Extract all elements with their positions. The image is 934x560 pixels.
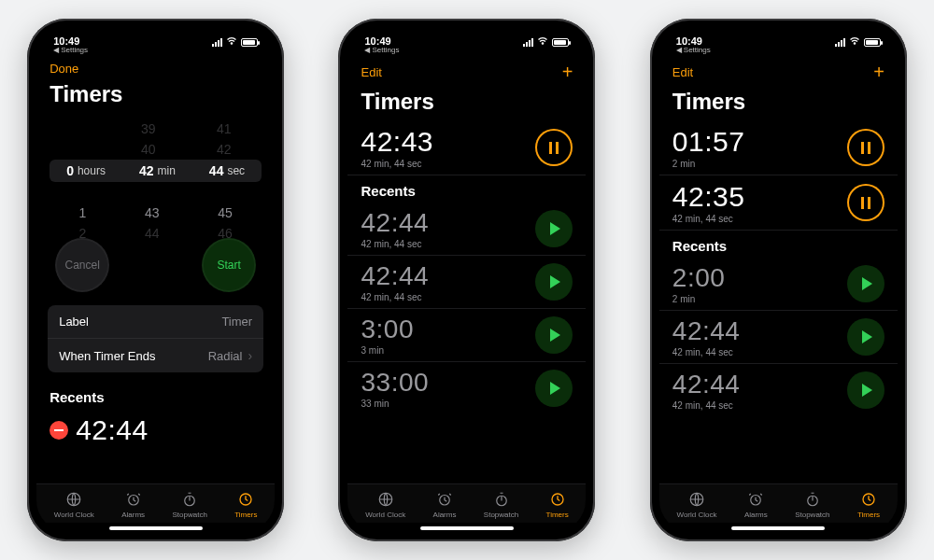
stopwatch-icon: [180, 490, 199, 509]
wifi-icon: [849, 35, 860, 49]
edit-button[interactable]: Edit: [361, 65, 381, 79]
globe-icon: [64, 490, 83, 509]
tab-stopwatch[interactable]: Stopwatch: [173, 490, 207, 519]
recent-row[interactable]: 42:4442 min, 44 sec: [659, 364, 898, 416]
svg-point-0: [231, 43, 232, 44]
screen: 10:49 ◀ Settings Edit + Timers 01:572 mi…: [659, 28, 898, 532]
screen: 10:49 ◀ Settings Edit + Timers 42:43 42 …: [347, 28, 586, 532]
play-button[interactable]: [535, 316, 573, 354]
play-button[interactable]: [535, 263, 573, 301]
play-button[interactable]: [535, 210, 573, 247]
tab-world-clock[interactable]: World Clock: [54, 490, 94, 519]
tab-world-clock[interactable]: World Clock: [365, 490, 405, 519]
timer-icon: [859, 490, 878, 509]
pause-button[interactable]: [847, 184, 884, 221]
tab-bar: World Clock Alarms Stopwatch Timers: [347, 483, 586, 523]
signal-icon: [523, 38, 533, 47]
add-button[interactable]: +: [873, 62, 884, 83]
screen: 10:49 ◀ Settings Done Timers 3941 4042 4…: [36, 28, 275, 532]
play-button[interactable]: [847, 318, 884, 356]
globe-icon: [376, 490, 395, 509]
alarm-icon: [124, 490, 143, 509]
edit-button[interactable]: Edit: [672, 65, 693, 79]
phone-frame: 10:49 ◀ Settings Edit + Timers 01:572 mi…: [650, 19, 907, 541]
alarm-icon: [435, 490, 454, 509]
tab-stopwatch[interactable]: Stopwatch: [795, 490, 829, 519]
done-button[interactable]: Done: [50, 62, 78, 76]
wifi-icon: [226, 35, 237, 49]
timer-icon: [548, 490, 567, 509]
play-button[interactable]: [535, 370, 573, 407]
breadcrumb[interactable]: ◀ Settings: [676, 47, 711, 55]
delete-icon[interactable]: [50, 421, 68, 440]
phone-frame: 10:49 ◀ Settings Edit + Timers 42:43 42 …: [338, 19, 595, 541]
breadcrumb[interactable]: ◀ Settings: [364, 47, 399, 55]
tab-bar: World Clock Alarms Stopwatch Timers: [36, 483, 275, 523]
nav-bar: Done: [36, 60, 275, 79]
recent-row[interactable]: 3:003 min: [347, 309, 586, 362]
signal-icon: [835, 38, 845, 47]
play-button[interactable]: [847, 371, 884, 409]
alarm-icon: [746, 490, 765, 509]
home-indicator[interactable]: [420, 526, 514, 530]
chevron-right-icon: ›: [248, 348, 252, 363]
tab-bar: World Clock Alarms Stopwatch Timers: [659, 483, 898, 523]
phone-frame: 10:49 ◀ Settings Done Timers 3941 4042 4…: [27, 19, 284, 541]
duration-picker[interactable]: 3941 4042 4143 0hours 42min 44sec 14345 …: [50, 119, 262, 221]
breadcrumb[interactable]: ◀ Settings: [53, 47, 88, 55]
notch: [105, 28, 207, 49]
battery-icon: [864, 38, 881, 47]
page-title: Timers: [659, 87, 898, 120]
svg-point-5: [543, 43, 544, 44]
tab-timers[interactable]: Timers: [857, 490, 880, 519]
home-indicator[interactable]: [731, 526, 825, 530]
globe-icon: [687, 490, 706, 509]
when-ends-cell[interactable]: When Timer Ends Radial›: [48, 338, 263, 372]
running-timer-row[interactable]: 01:572 min: [659, 120, 898, 175]
tab-alarms[interactable]: Alarms: [433, 490, 457, 519]
tab-timers[interactable]: Timers: [234, 490, 257, 519]
svg-point-10: [854, 43, 855, 44]
tab-world-clock[interactable]: World Clock: [677, 490, 717, 519]
timer-icon: [236, 490, 255, 509]
running-timer-row[interactable]: 42:43 42 min, 44 sec: [347, 120, 586, 175]
page-title: Timers: [347, 87, 586, 120]
stopwatch-icon: [803, 490, 822, 509]
page-title: Timers: [36, 79, 275, 113]
tab-stopwatch[interactable]: Stopwatch: [484, 490, 518, 519]
recent-row[interactable]: 42:4442 min, 44 sec: [347, 203, 586, 256]
wifi-icon: [537, 35, 548, 49]
cancel-button[interactable]: Cancel: [55, 238, 109, 292]
timer-settings: Label Timer When Timer Ends Radial›: [48, 305, 263, 372]
start-button[interactable]: Start: [202, 238, 256, 292]
home-indicator[interactable]: [109, 526, 203, 530]
add-button[interactable]: +: [562, 62, 573, 83]
recents-header: Recents: [659, 231, 898, 258]
recent-row[interactable]: 42:4442 min, 44 sec: [347, 256, 586, 309]
recent-row[interactable]: 42:44: [36, 409, 275, 452]
pause-button[interactable]: [535, 129, 573, 166]
battery-icon: [241, 38, 258, 47]
recents-header: Recents: [36, 382, 275, 409]
pause-button[interactable]: [847, 129, 884, 166]
signal-icon: [212, 38, 222, 47]
play-button[interactable]: [847, 265, 884, 302]
tab-timers[interactable]: Timers: [546, 490, 569, 519]
battery-icon: [552, 38, 569, 47]
recent-row[interactable]: 33:0033 min: [347, 362, 586, 414]
running-timer-row[interactable]: 42:3542 min, 44 sec: [659, 175, 898, 231]
notch: [727, 28, 829, 49]
label-cell[interactable]: Label Timer: [48, 305, 263, 338]
recents-header: Recents: [347, 175, 586, 203]
recent-row[interactable]: 2:002 min: [659, 258, 898, 311]
stopwatch-icon: [492, 490, 511, 509]
notch: [416, 28, 518, 49]
tab-alarms[interactable]: Alarms: [744, 490, 768, 519]
tab-alarms[interactable]: Alarms: [121, 490, 145, 519]
recent-row[interactable]: 42:4442 min, 44 sec: [659, 311, 898, 364]
